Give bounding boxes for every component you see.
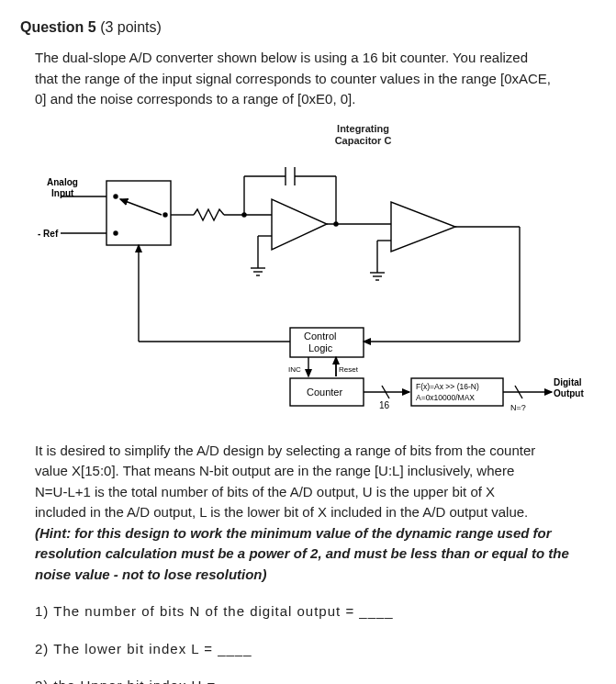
intro-paragraph: The dual-slope A/D converter shown below…: [20, 48, 596, 110]
fx-line-1: F(x)=Ax >> (16-N): [416, 382, 479, 391]
svg-text:Control: Control: [304, 331, 336, 342]
svg-point-7: [114, 195, 118, 198]
analog-label-1: Analog: [47, 177, 78, 187]
counter-label: Counter: [307, 387, 342, 398]
svg-marker-20: [272, 199, 327, 250]
svg-text:Logic: Logic: [308, 342, 333, 353]
digital-label-2: Output: [554, 388, 584, 398]
desc-line: included in the A/D output, L is the low…: [35, 502, 596, 523]
hint-line: resolution calculation must be a power o…: [35, 544, 596, 565]
svg-text:Counter: Counter: [307, 387, 342, 398]
svg-text:16: 16: [379, 400, 390, 410]
ref-label: - Ref: [38, 229, 59, 239]
logic-label: Logic: [308, 342, 333, 353]
control-label: Control: [304, 331, 336, 342]
intro-line: that the range of the input signal corre…: [35, 69, 596, 90]
subquestion-list: 1) The number of bits N of the digital o…: [20, 601, 596, 684]
svg-line-6: [120, 199, 162, 215]
desc-line: N=U-L+1 is the total number of bits of t…: [35, 482, 596, 503]
subquestion-3: 3) the Upper bit index U = ____: [35, 676, 596, 684]
svg-text:F(x)=Ax >> (16-N): F(x)=Ax >> (16-N): [416, 382, 479, 391]
circuit-svg: Analog Input - Ref: [33, 149, 584, 424]
intro-line: The dual-slope A/D converter shown below…: [35, 48, 596, 69]
bus-16-label: 16: [379, 400, 390, 410]
svg-text:Reset: Reset: [339, 365, 359, 374]
hint-line: (Hint: for this design to work the minim…: [35, 523, 596, 544]
question-points: (3 points): [100, 19, 162, 35]
svg-text:INC: INC: [288, 365, 301, 374]
analog-label-2: Input: [51, 188, 74, 198]
svg-text:N=?: N=?: [510, 403, 526, 412]
description-paragraph: It is desired to simplify the A/D design…: [20, 441, 596, 586]
svg-text:Input: Input: [51, 188, 74, 198]
subquestion-2: 2) The lower bit index L = ____: [35, 639, 596, 660]
desc-line: value X[15:0]. That means N-bit output a…: [35, 461, 596, 482]
subquestion-1: 1) The number of bits N of the digital o…: [35, 601, 596, 622]
svg-text:Digital: Digital: [554, 377, 582, 387]
capacitor-label-1: Integrating: [337, 123, 389, 134]
svg-marker-27: [391, 202, 455, 252]
svg-text:Output: Output: [554, 388, 584, 398]
digital-label-1: Digital: [554, 377, 582, 387]
question-header: Question 5 (3 points): [20, 17, 596, 39]
intro-line: 0] and the noise corresponds to a range …: [35, 89, 596, 110]
reset-label: Reset: [339, 365, 359, 374]
question-title: Question 5: [20, 19, 96, 35]
svg-point-9: [163, 213, 167, 217]
capacitor-label-2: Capacitor C: [335, 135, 392, 146]
circuit-diagram: Integrating Capacitor C Analog Input - R…: [20, 123, 596, 424]
hint-line: noise value - not to lose resolution): [35, 565, 596, 586]
fx-line-2: A=0x10000/MAX: [416, 393, 475, 402]
svg-text:- Ref: - Ref: [38, 229, 59, 239]
n-question-label: N=?: [510, 403, 526, 412]
svg-text:A=0x10000/MAX: A=0x10000/MAX: [416, 393, 475, 402]
svg-text:Analog: Analog: [47, 177, 78, 187]
desc-line: It is desired to simplify the A/D design…: [35, 441, 596, 462]
inc-label: INC: [288, 365, 301, 374]
svg-point-8: [114, 231, 118, 235]
